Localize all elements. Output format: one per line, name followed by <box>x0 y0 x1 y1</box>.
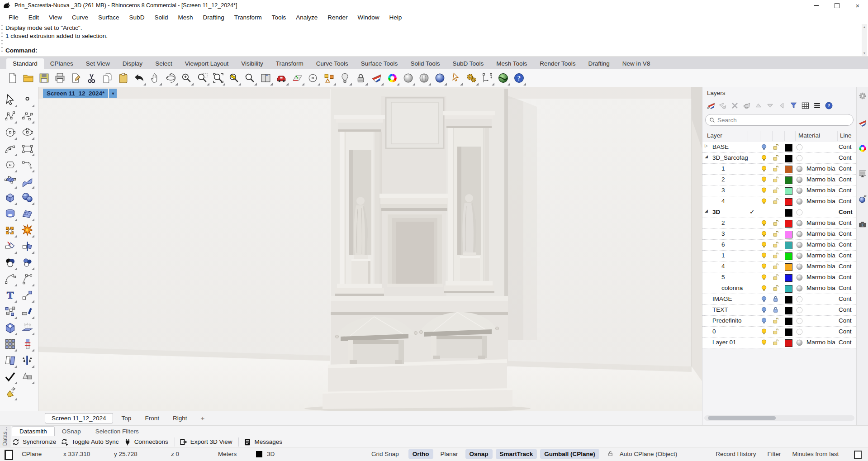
layer-unlocked-icon[interactable] <box>772 219 779 228</box>
layer-linetype[interactable]: Cont <box>839 187 856 194</box>
menu-drafting[interactable]: Drafting <box>198 14 229 21</box>
layer-unlocked-icon[interactable] <box>772 339 779 347</box>
toggle-ortho[interactable]: Ortho <box>408 449 433 459</box>
layer-color-swatch[interactable] <box>785 220 792 228</box>
toolbar-tab-drafting[interactable]: Drafting <box>582 58 616 69</box>
osnap-shapes-icon[interactable] <box>323 72 335 84</box>
split-tool-icon[interactable] <box>20 239 34 253</box>
paint-tool-icon[interactable] <box>3 385 17 400</box>
surface-tool-icon[interactable] <box>20 174 34 188</box>
layer-row[interactable]: ◢3D_SarcofagCont <box>702 153 857 164</box>
layer-bulb-icon[interactable] <box>760 295 768 304</box>
layer-on-bulb-icon[interactable] <box>760 339 768 347</box>
camera-panel-icon[interactable] <box>858 220 867 229</box>
zoom-window-icon[interactable] <box>196 72 209 84</box>
toolbar-tab-visibility[interactable]: Visibility <box>235 58 270 69</box>
layer-on-bulb-icon[interactable] <box>760 285 768 293</box>
layer-on-bulb-icon[interactable] <box>760 274 768 282</box>
trim-tool-icon[interactable] <box>3 239 17 253</box>
layer-material[interactable]: Marmo bia <box>806 252 839 259</box>
toolbar-tab-surface-tools[interactable]: Surface Tools <box>355 58 404 69</box>
layer-linetype[interactable]: Cont <box>839 274 856 280</box>
layer-on-bulb-icon[interactable] <box>760 165 768 174</box>
layer-row[interactable]: 2Marmo biaCont <box>702 218 857 229</box>
boolean-two-tool-icon[interactable] <box>20 255 34 270</box>
layer-linetype[interactable]: Cont <box>839 328 856 335</box>
layer-color-swatch[interactable] <box>785 339 792 347</box>
datasmith-vertical-tab[interactable]: Datas... <box>0 426 10 447</box>
viewport-layout-icon[interactable] <box>260 72 272 84</box>
layer-linetype[interactable]: Cont <box>839 219 856 226</box>
layer-row[interactable]: 2Marmo biaCont <box>702 175 857 185</box>
undo-icon[interactable] <box>133 72 145 84</box>
minimize-button[interactable] <box>806 0 826 11</box>
layer-on-bulb-icon[interactable] <box>760 154 768 163</box>
layer-search-input[interactable]: Search <box>705 114 854 126</box>
command-grip[interactable] <box>1 25 3 52</box>
toolbar-tab-select[interactable]: Select <box>149 58 179 69</box>
material-ball-icon[interactable] <box>796 252 803 261</box>
solid-box-tool-icon[interactable] <box>3 320 17 335</box>
viewport-tab-screen-11-12-2024[interactable]: Screen 11_12_2024 <box>45 413 113 423</box>
layer-unlocked-icon[interactable] <box>772 263 779 271</box>
layer-material[interactable]: Marmo bia <box>806 263 839 270</box>
layer-material[interactable]: Marmo bia <box>806 285 839 291</box>
wireframe-sphere-icon[interactable] <box>418 72 430 84</box>
layer-bulb-icon[interactable] <box>760 317 768 326</box>
material-empty-icon[interactable] <box>796 328 803 337</box>
layer-row[interactable]: colonnaMarmo biaCont <box>702 283 857 294</box>
active-layer-color[interactable] <box>256 451 262 457</box>
layer-color-swatch[interactable] <box>785 328 792 336</box>
polyline-tool-icon[interactable] <box>3 109 17 123</box>
layer-color-swatch[interactable] <box>785 187 792 195</box>
delete-layer-icon[interactable] <box>729 100 740 111</box>
rotate-view-icon[interactable] <box>165 72 177 84</box>
layer-locked-icon[interactable] <box>772 295 779 304</box>
layer-row[interactable]: TEXTCont <box>702 305 857 316</box>
layer-row[interactable]: 0Cont <box>702 327 857 337</box>
active-layer-name[interactable]: 3D <box>267 451 275 457</box>
layer-on-bulb-icon[interactable] <box>760 230 768 239</box>
chevron-down-icon[interactable]: ▼ <box>109 89 117 98</box>
table-icon[interactable] <box>799 100 811 111</box>
layer-color-swatch[interactable] <box>785 307 792 314</box>
layer-row[interactable]: PredefinitoCont <box>702 316 857 327</box>
layer-row[interactable]: 5Marmo biaCont <box>702 272 857 283</box>
color-wheel-panel-icon[interactable] <box>858 144 867 153</box>
toggle-osnap[interactable]: Osnap <box>465 449 493 459</box>
material-empty-icon[interactable] <box>796 306 803 315</box>
toggle-gumball-cplane[interactable]: Gumball (CPlane) <box>540 449 599 459</box>
layer-unlocked-icon[interactable] <box>772 230 779 239</box>
layer-row[interactable]: 1Marmo biaCont <box>702 164 857 175</box>
duplicate-layer-icon[interactable] <box>740 100 752 111</box>
layer-unlocked-icon[interactable] <box>772 143 779 152</box>
menu-edit[interactable]: Edit <box>24 14 44 21</box>
material-ball-icon[interactable] <box>796 241 803 250</box>
layer-bulb-icon[interactable] <box>760 143 768 152</box>
menu-mesh[interactable]: Mesh <box>173 14 198 21</box>
layer-bulb-icon[interactable] <box>760 306 768 315</box>
zoom-icon[interactable] <box>180 72 193 84</box>
layer-material[interactable]: Marmo bia <box>806 165 839 172</box>
layer-linetype[interactable]: Cont <box>839 317 856 324</box>
array-column-tool-icon[interactable] <box>20 337 34 351</box>
menu-transform[interactable]: Transform <box>229 14 267 21</box>
viewport-tab-top[interactable]: Top <box>117 413 137 423</box>
toolbar-tab-solid-tools[interactable]: Solid Tools <box>404 58 446 69</box>
bottom-tab-datasmith[interactable]: Datasmith <box>12 426 55 436</box>
layer-linetype[interactable]: Cont <box>839 165 856 172</box>
zoom-extents-icon[interactable] <box>212 72 224 84</box>
viewport[interactable]: Screen 11_12_2024* ▼ <box>38 87 702 411</box>
menu-subd[interactable]: SubD <box>124 14 150 21</box>
command-area[interactable]: Display mode set to "Arctic".1 closed ex… <box>0 24 868 57</box>
layer-row[interactable]: 3Marmo biaCont <box>702 229 857 240</box>
material-ball-icon[interactable] <box>796 274 803 283</box>
layer-color-swatch[interactable] <box>785 198 792 206</box>
layer-unlocked-icon[interactable] <box>772 154 779 163</box>
layer-unlocked-icon[interactable] <box>772 317 779 326</box>
scroll-up-icon[interactable]: ▲ <box>862 24 867 29</box>
copy-icon[interactable] <box>101 72 114 84</box>
material-ball-icon[interactable] <box>796 285 803 294</box>
material-empty-icon[interactable] <box>796 154 803 163</box>
print-icon[interactable] <box>54 72 66 84</box>
